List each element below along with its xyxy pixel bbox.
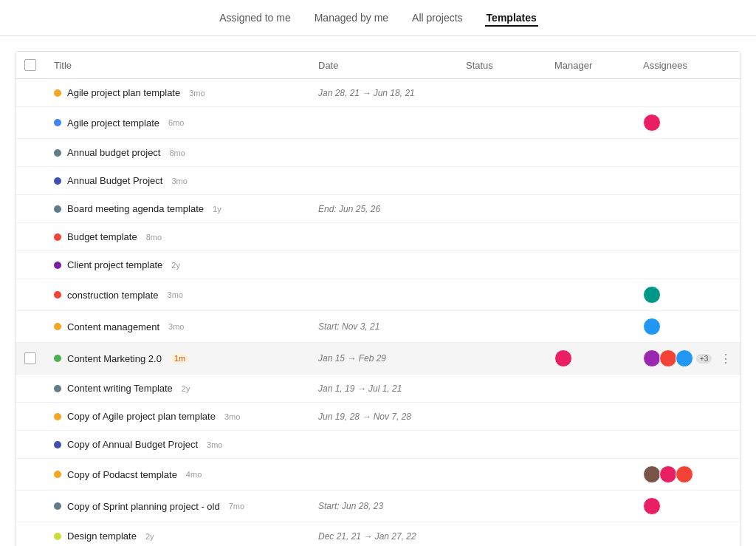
status-dot: [54, 291, 61, 298]
avatar: [676, 349, 693, 367]
avatar: [659, 349, 677, 367]
row-title: Client project template: [67, 259, 162, 270]
age-badge: 2y: [171, 261, 180, 270]
nav-item-all[interactable]: All projects: [410, 9, 464, 27]
col-date: Date: [318, 60, 466, 71]
age-badge: 1m: [171, 353, 189, 364]
status-dot: [54, 149, 61, 157]
row-title: Agile project template: [67, 117, 159, 129]
more-options-button[interactable]: ⋮: [719, 349, 732, 367]
table-header: Title Date Status Manager Assignees: [16, 52, 740, 79]
row-checkbox[interactable]: [24, 352, 36, 364]
table-row[interactable]: Design template2yDec 21, 21 → Jan 27, 22: [16, 522, 740, 546]
row-title: Agile project plan template: [67, 87, 180, 98]
date-cell: Jan 28, 21 → Jun 18, 21: [318, 88, 466, 98]
status-dot: [54, 177, 61, 185]
age-badge: 8mo: [169, 149, 185, 157]
date-cell: Start: Nov 3, 21: [318, 321, 466, 332]
avatar: [554, 349, 572, 367]
table-row[interactable]: Copy of Podacst template4mo: [16, 459, 740, 491]
col-assignees: Assignees: [643, 60, 732, 71]
table-row[interactable]: Content management3moStart: Nov 3, 21: [16, 311, 740, 343]
assignees-cell: [643, 114, 732, 132]
title-cell: Copy of Sprint planning project - old7mo: [54, 501, 318, 512]
table-row[interactable]: Board meeting agenda template1yEnd: Jun …: [16, 195, 740, 223]
row-title: construction template: [67, 290, 159, 301]
avatar: [643, 114, 661, 132]
status-dot: [54, 89, 61, 97]
assignees-cell: [643, 497, 732, 515]
table-row[interactable]: Copy of Sprint planning project - old7mo…: [16, 491, 740, 522]
table-row[interactable]: construction template3mo: [16, 279, 740, 311]
status-dot: [54, 205, 61, 213]
date-cell: Jun 19, 28 → Nov 7, 28: [318, 412, 466, 422]
title-cell: Content management3mo: [54, 321, 318, 332]
title-cell: Copy of Annual Budget Project3mo: [54, 439, 318, 450]
table-row[interactable]: Agile project plan template3moJan 28, 21…: [16, 79, 740, 107]
table-row[interactable]: Content Marketing 2.01mJan 15 → Feb 29+3…: [16, 343, 740, 375]
status-dot: [54, 119, 61, 126]
table-row[interactable]: Annual budget project8mo: [16, 139, 740, 167]
row-title: Board meeting agenda template: [67, 203, 204, 214]
title-cell: Copy of Agile project plan template3mo: [54, 411, 318, 422]
title-cell: Annual budget project8mo: [54, 147, 318, 158]
date-cell: Start: Jun 28, 23: [318, 501, 466, 511]
title-cell: Content writing Template2y: [54, 383, 318, 394]
avatar: [643, 465, 661, 483]
table-body: Agile project plan template3moJan 28, 21…: [16, 79, 740, 546]
status-dot: [54, 471, 61, 478]
main-content: Title Date Status Manager Assignees Agil…: [0, 36, 756, 546]
row-title: Copy of Agile project plan template: [67, 411, 216, 422]
status-dot: [54, 262, 61, 269]
table-row[interactable]: Client project template2y: [16, 251, 740, 279]
manager-cell: [554, 349, 643, 367]
age-badge: 3mo: [168, 290, 183, 299]
nav-item-templates[interactable]: Templates: [485, 9, 538, 27]
assignees-cell: [643, 318, 732, 335]
col-title: Title: [54, 60, 318, 71]
date-cell: Jan 1, 19 → Jul 1, 21: [318, 383, 466, 394]
age-badge: 3mo: [207, 440, 222, 449]
status-dot: [54, 413, 61, 420]
avatar: [676, 465, 693, 483]
row-title: Content Marketing 2.0: [67, 353, 162, 364]
age-badge: 7mo: [229, 502, 244, 511]
select-all-checkbox[interactable]: [24, 59, 36, 71]
table-row[interactable]: Copy of Agile project plan template3moJu…: [16, 403, 740, 431]
status-dot: [54, 233, 61, 241]
title-cell: Content Marketing 2.01m: [54, 353, 318, 364]
nav-item-assigned[interactable]: Assigned to me: [218, 9, 292, 27]
age-badge: 1y: [213, 205, 221, 214]
age-badge: 6mo: [168, 118, 184, 127]
row-title: Content writing Template: [67, 383, 173, 394]
table-row[interactable]: Annual Budget Project3mo: [16, 167, 740, 195]
title-cell: Annual Budget Project3mo: [54, 175, 318, 186]
col-status: Status: [466, 60, 554, 71]
age-badge: 3mo: [224, 412, 240, 421]
nav-item-managed[interactable]: Managed by me: [313, 9, 390, 27]
age-badge: 2y: [145, 532, 154, 541]
row-title: Content management: [67, 321, 159, 332]
title-cell: Design template2y: [54, 530, 318, 542]
assignees-cell: +3⋮: [643, 349, 732, 367]
age-badge: 2y: [182, 384, 190, 393]
date-cell: End: Jun 25, 26: [318, 204, 466, 214]
assignees-cell: [643, 286, 732, 304]
table-row[interactable]: Content writing Template2yJan 1, 19 → Ju…: [16, 375, 740, 403]
row-title: Annual Budget Project: [67, 175, 162, 186]
title-cell: Client project template2y: [54, 259, 318, 270]
status-dot: [54, 355, 61, 362]
table-row[interactable]: Copy of Annual Budget Project3mo: [16, 431, 740, 459]
assignees-cell: [643, 465, 732, 483]
age-badge: 8mo: [146, 233, 162, 242]
title-cell: Agile project plan template3mo: [54, 87, 318, 98]
table-row[interactable]: Agile project template6mo: [16, 107, 740, 139]
avatar: [643, 286, 661, 304]
status-dot: [54, 323, 61, 330]
age-badge: 3mo: [171, 177, 187, 185]
age-badge: 3mo: [189, 89, 205, 98]
top-nav: Assigned to meManaged by meAll projectsT…: [0, 0, 756, 36]
table-row[interactable]: Budget template8mo: [16, 223, 740, 251]
row-title: Copy of Sprint planning project - old: [67, 501, 220, 512]
date-cell: Jan 15 → Feb 29: [318, 353, 466, 364]
